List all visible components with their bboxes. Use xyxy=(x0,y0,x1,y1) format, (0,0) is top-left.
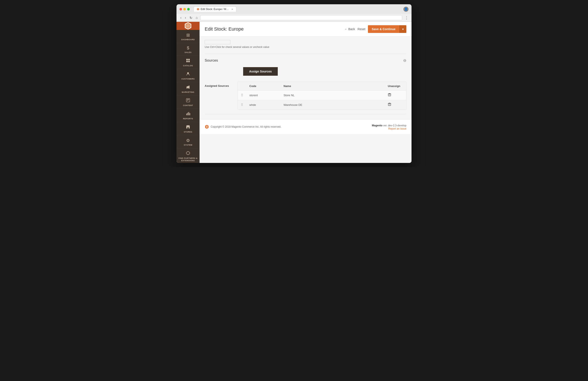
forward-nav-button[interactable]: › xyxy=(184,15,187,20)
stores-icon xyxy=(186,125,190,130)
back-label: Back xyxy=(348,27,355,31)
maximize-dot[interactable] xyxy=(187,8,190,10)
svg-rect-11 xyxy=(189,112,189,115)
source-code-1: storenl xyxy=(249,94,258,97)
browser-nav-bar: ‹ › ↻ ⌂ ⋮ xyxy=(176,14,412,22)
reports-icon xyxy=(186,112,190,117)
unassign-cell-2 xyxy=(385,100,406,110)
sidebar-item-extensions[interactable]: FIND PARTNERS & EXTENSIONS xyxy=(176,148,200,163)
source-name-1: Store NL xyxy=(284,94,294,97)
footer-version-label: Magento xyxy=(372,124,382,127)
svg-rect-16 xyxy=(388,94,391,96)
reload-button[interactable]: ↻ xyxy=(189,15,193,20)
sales-icon: $ xyxy=(187,45,189,50)
page-header: Edit Stock: Europe ← Back Reset Save & C… xyxy=(200,22,412,37)
hint-input-mock xyxy=(205,40,230,44)
source-name-2: Warehouse DE xyxy=(284,103,302,107)
sidebar-item-dashboard[interactable]: ⊞ DASHBOARD xyxy=(176,30,200,43)
sidebar-item-catalog[interactable]: CATALOG xyxy=(176,56,200,69)
drag-cell-1: ⠿ xyxy=(238,90,246,100)
back-arrow-icon: ← xyxy=(344,27,347,31)
footer-logo-icon xyxy=(205,125,209,129)
sidebar-item-content[interactable]: CONTENT xyxy=(176,96,200,109)
trash-icon-1 xyxy=(388,93,391,96)
unassign-button-2[interactable] xyxy=(388,103,391,107)
browser-dots xyxy=(179,8,190,10)
reset-button[interactable]: Reset xyxy=(357,27,365,31)
sidebar-label-stores: STORES xyxy=(184,131,192,133)
hint-section: Use Ctrl+Click for check several values … xyxy=(205,37,406,54)
browser-menu-icon[interactable]: ⋮ xyxy=(405,15,409,20)
col-drag xyxy=(238,82,246,90)
table-row: ⠿ whde Warehouse DE xyxy=(238,100,406,110)
sources-section: Sources ⊖ Assign Sources Assigned Source… xyxy=(205,54,406,114)
tab-close-icon[interactable]: ✕ xyxy=(231,8,233,10)
svg-rect-1 xyxy=(188,59,190,60)
svg-rect-8 xyxy=(187,100,189,100)
assign-sources-button[interactable]: Assign Sources xyxy=(243,67,278,76)
close-dot[interactable] xyxy=(179,8,182,10)
sidebar-label-marketing: MARKETING xyxy=(182,91,194,93)
marketing-icon xyxy=(186,85,190,90)
svg-rect-9 xyxy=(186,113,187,115)
name-cell-1: Store NL xyxy=(281,90,385,100)
sidebar-item-system[interactable]: ⚙ SYSTEM xyxy=(176,135,200,148)
svg-rect-7 xyxy=(187,99,189,100)
sidebar-item-reports[interactable]: REPORTS xyxy=(176,109,200,122)
home-button[interactable]: ⌂ xyxy=(195,15,199,20)
source-code-2: whde xyxy=(249,103,256,107)
back-button[interactable]: ← Back xyxy=(344,27,355,31)
minimize-dot[interactable] xyxy=(183,8,186,10)
active-tab[interactable]: Edit Stock: Europe / Magento ✕ xyxy=(194,6,236,12)
content-area: Use Ctrl+Click for check several values … xyxy=(200,37,412,119)
user-avatar-icon[interactable]: 👤 xyxy=(403,7,409,12)
sidebar-item-customers[interactable]: CUSTOMERS xyxy=(176,69,200,82)
header-actions: ← Back Reset Save & Continue ▼ xyxy=(344,25,406,33)
dashboard-icon: ⊞ xyxy=(186,32,190,38)
sidebar-item-marketing[interactable]: MARKETING xyxy=(176,82,200,96)
footer-copyright: Copyright © 2018 Magento Commerce Inc. A… xyxy=(211,125,281,128)
back-nav-button[interactable]: ‹ xyxy=(179,15,182,20)
catalog-icon xyxy=(186,58,190,64)
save-continue-button[interactable]: Save & Continue xyxy=(368,25,399,33)
svg-rect-5 xyxy=(187,88,187,89)
svg-rect-12 xyxy=(189,113,190,115)
assigned-sources-label: Assigned Sources xyxy=(205,82,232,88)
footer-left: Copyright © 2018 Magento Commerce Inc. A… xyxy=(205,125,281,129)
table-header: Code Name Unassign xyxy=(238,82,406,90)
app-container: ⊞ DASHBOARD $ SALES CATALOG CUSTOMERS xyxy=(176,22,412,163)
sidebar-item-stores[interactable]: STORES xyxy=(176,122,200,135)
svg-rect-14 xyxy=(187,127,189,129)
main-content: Edit Stock: Europe ← Back Reset Save & C… xyxy=(200,22,412,163)
sidebar-logo[interactable] xyxy=(176,22,200,30)
report-issue-link[interactable]: Report an Issue xyxy=(372,127,406,130)
drag-handle-icon[interactable]: ⠿ xyxy=(241,93,243,97)
address-bar[interactable] xyxy=(200,15,402,20)
sidebar-label-extensions: FIND PARTNERS & EXTENSIONS xyxy=(177,157,199,162)
customers-icon xyxy=(186,72,190,77)
magento-logo-icon xyxy=(184,22,192,30)
sidebar-item-sales[interactable]: $ SALES xyxy=(176,43,200,56)
svg-point-4 xyxy=(187,72,189,74)
trash-icon-2 xyxy=(388,103,391,106)
sidebar-label-dashboard: DASHBOARD xyxy=(181,39,195,41)
page-footer: Copyright © 2018 Magento Commerce Inc. A… xyxy=(200,119,412,134)
content-icon xyxy=(186,98,190,104)
svg-rect-0 xyxy=(186,59,188,60)
collapse-button[interactable]: ⊖ xyxy=(403,58,406,63)
tab-title: Edit Stock: Europe / Magento xyxy=(201,8,229,11)
drag-handle-icon[interactable]: ⠿ xyxy=(241,103,243,107)
col-code: Code xyxy=(246,82,281,90)
table-row: ⠿ storenl Store NL xyxy=(238,90,406,100)
tab-bar: Edit Stock: Europe / Magento ✕ xyxy=(194,6,401,12)
sidebar-label-sales: SALES xyxy=(185,51,192,53)
browser-titlebar: Edit Stock: Europe / Magento ✕ 👤 xyxy=(176,4,412,14)
code-cell-2: whde xyxy=(246,100,281,110)
unassign-button-1[interactable] xyxy=(388,93,391,97)
page-title: Edit Stock: Europe xyxy=(205,26,244,32)
sidebar-label-content: CONTENT xyxy=(183,104,193,107)
dropdown-arrow-icon: ▼ xyxy=(402,28,404,31)
svg-rect-19 xyxy=(388,104,391,106)
save-dropdown-button[interactable]: ▼ xyxy=(399,25,406,33)
sources-table: Code Name Unassign ⠿ storenl xyxy=(238,82,406,110)
